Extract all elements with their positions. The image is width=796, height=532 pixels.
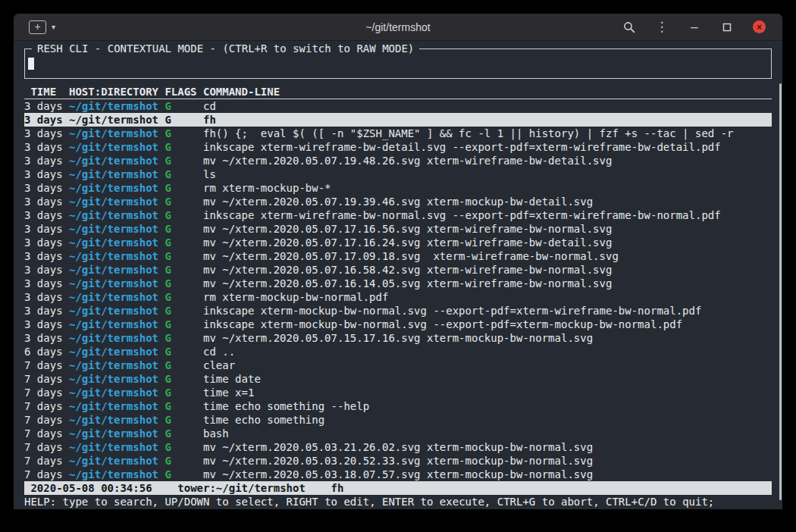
terminal-content[interactable]: RESH CLI - CONTEXTUAL MODE - (CTRL+R to … (14, 41, 782, 509)
row-time: 3 days (24, 167, 63, 181)
row-flags: G (165, 277, 196, 290)
history-row[interactable]: 7 days ~/git/termshot G time echo someth… (24, 399, 772, 413)
restore-button[interactable] (720, 20, 734, 34)
history-row[interactable]: 7 days ~/git/termshot G time x=1 (24, 386, 772, 399)
history-row[interactable]: 7 days ~/git/termshot G mv ~/xterm.2020.… (24, 468, 772, 481)
new-tab-button[interactable]: + (29, 20, 46, 34)
history-row[interactable]: 3 days ~/git/termshot G ls (24, 167, 772, 181)
row-command: inkscape xterm-mockup-bw-normal.svg --ex… (203, 304, 772, 318)
row-time: 7 days (24, 454, 63, 468)
history-row[interactable]: 7 days ~/git/termshot G bash (24, 427, 772, 440)
row-time: 7 days (24, 358, 63, 372)
row-host-directory: ~/git/termshot (69, 413, 158, 427)
row-command: clear (203, 358, 772, 372)
row-flags: G (165, 222, 196, 236)
history-row[interactable]: 7 days ~/git/termshot G clear (24, 358, 772, 372)
row-command: mv ~/xterm.2020.05.07.15.17.16.svg xterm… (203, 331, 772, 345)
row-flags: G (165, 167, 196, 181)
row-time: 3 days (24, 181, 63, 195)
history-row[interactable]: 7 days ~/git/termshot G mv ~/xterm.2020.… (24, 440, 772, 454)
restore-icon (722, 22, 732, 33)
history-row[interactable]: 3 days ~/git/termshot G fh (24, 113, 772, 127)
row-command: mv ~/xterm.2020.05.07.17.16.56.svg xterm… (203, 222, 772, 236)
history-row[interactable]: 3 days ~/git/termshot G mv ~/xterm.2020.… (24, 154, 772, 167)
row-command: inkscape xterm-wireframe-bw-normal.svg -… (203, 208, 772, 222)
terminal-window: + ▾ ~/git/termshot ⋮ – (14, 14, 782, 509)
row-host-directory: ~/git/termshot (69, 113, 158, 127)
history-row[interactable]: 6 days ~/git/termshot G cd .. (24, 345, 772, 358)
search-button[interactable] (622, 20, 636, 34)
row-command: mv ~/xterm.2020.05.07.17.16.24.svg xterm… (203, 236, 772, 249)
row-host-directory: ~/git/termshot (69, 304, 158, 318)
row-flags: G (165, 372, 196, 386)
history-row[interactable]: 3 days ~/git/termshot G rm xterm-mockup-… (24, 290, 772, 304)
history-row[interactable]: 3 days ~/git/termshot G inkscape xterm-w… (24, 208, 772, 222)
row-time: 7 days (24, 386, 63, 399)
history-row[interactable]: 7 days ~/git/termshot G mv ~/xterm.2020.… (24, 454, 772, 468)
row-command: mv ~/xterm.2020.05.07.17.09.18.svg xterm… (203, 249, 772, 263)
row-host-directory: ~/git/termshot (69, 127, 158, 140)
history-row[interactable]: 3 days ~/git/termshot G mv ~/xterm.2020.… (24, 236, 772, 249)
row-flags: G (165, 236, 196, 249)
column-header-host-directory: HOST:DIRECTORY (69, 85, 158, 99)
row-command: mv ~/xterm.2020.05.07.16.14.05.svg xterm… (203, 277, 772, 290)
history-list: 3 days ~/git/termshot G cd 3 days ~/git/… (24, 99, 772, 481)
row-command: rm xterm-mockup-bw-normal.pdf (203, 290, 772, 304)
row-flags: G (165, 181, 196, 195)
row-host-directory: ~/git/termshot (69, 154, 158, 167)
history-row[interactable]: 3 days ~/git/termshot G mv ~/xterm.2020.… (24, 331, 772, 345)
row-flags: G (165, 290, 196, 304)
menu-button[interactable]: ⋮ (655, 20, 669, 34)
resh-search-box[interactable]: RESH CLI - CONTEXTUAL MODE - (CTRL+R to … (24, 49, 772, 79)
titlebar[interactable]: + ▾ ~/git/termshot ⋮ – (14, 14, 782, 41)
row-time: 3 days (24, 277, 63, 290)
row-host-directory: ~/git/termshot (69, 331, 158, 345)
minimize-button[interactable]: – (688, 20, 701, 34)
row-command: fh (203, 113, 772, 127)
row-time: 3 days (24, 127, 63, 140)
row-command: mv ~/xterm.2020.05.03.18.07.57.svg xterm… (203, 468, 772, 481)
row-host-directory: ~/git/termshot (69, 181, 158, 195)
close-button[interactable]: × (753, 20, 766, 33)
row-host-directory: ~/git/termshot (69, 386, 158, 399)
row-command: bash (203, 427, 772, 440)
row-host-directory: ~/git/termshot (69, 222, 158, 236)
row-host-directory: ~/git/termshot (69, 427, 158, 440)
row-time: 7 days (24, 468, 63, 481)
row-command: inkscape xterm-mockup-bw-normal.svg --ex… (203, 318, 772, 331)
row-command: cd (203, 99, 772, 113)
history-row[interactable]: 7 days ~/git/termshot G time date (24, 372, 772, 386)
history-row[interactable]: 3 days ~/git/termshot G mv ~/xterm.2020.… (24, 249, 772, 263)
history-row[interactable]: 3 days ~/git/termshot G cd (24, 99, 772, 113)
scrollbar[interactable] (779, 83, 782, 500)
row-flags: G (165, 113, 196, 127)
history-row[interactable]: 3 days ~/git/termshot G mv ~/xterm.2020.… (24, 195, 772, 208)
row-flags: G (165, 208, 196, 222)
history-row[interactable]: 3 days ~/git/termshot G mv ~/xterm.2020.… (24, 277, 772, 290)
history-row[interactable]: 3 days ~/git/termshot G mv ~/xterm.2020.… (24, 222, 772, 236)
row-time: 3 days (24, 236, 63, 249)
chevron-down-icon[interactable]: ▾ (52, 23, 55, 31)
history-row[interactable]: 3 days ~/git/termshot G rm xterm-mockup-… (24, 181, 772, 195)
history-row[interactable]: 3 days ~/git/termshot G inkscape xterm-w… (24, 140, 772, 154)
history-row[interactable]: 3 days ~/git/termshot G mv ~/xterm.2020.… (24, 263, 772, 277)
row-flags: G (165, 195, 196, 208)
history-row[interactable]: 7 days ~/git/termshot G time echo someth… (24, 413, 772, 427)
history-row[interactable]: 3 days ~/git/termshot G inkscape xterm-m… (24, 318, 772, 331)
help-line: HELP: type to search, UP/DOWN to select,… (24, 495, 772, 509)
column-header-flags: FLAGS (165, 85, 196, 99)
row-flags: G (165, 304, 196, 318)
row-flags: G (165, 140, 196, 154)
row-time: 3 days (24, 99, 63, 113)
row-host-directory: ~/git/termshot (69, 249, 158, 263)
row-command: mv ~/xterm.2020.05.07.16.58.42.svg xterm… (203, 263, 772, 277)
row-host-directory: ~/git/termshot (69, 468, 158, 481)
search-box-title: RESH CLI - CONTEXTUAL MODE - (CTRL+R to … (32, 42, 419, 55)
row-flags: G (165, 413, 196, 427)
history-row[interactable]: 3 days ~/git/termshot G inkscape xterm-m… (24, 304, 772, 318)
row-flags: G (165, 345, 196, 358)
row-time: 7 days (24, 413, 63, 427)
history-row[interactable]: 3 days ~/git/termshot G fh() {; eval $( … (24, 127, 772, 140)
column-header-time: TIME (24, 85, 63, 99)
row-command: cd .. (203, 345, 772, 358)
